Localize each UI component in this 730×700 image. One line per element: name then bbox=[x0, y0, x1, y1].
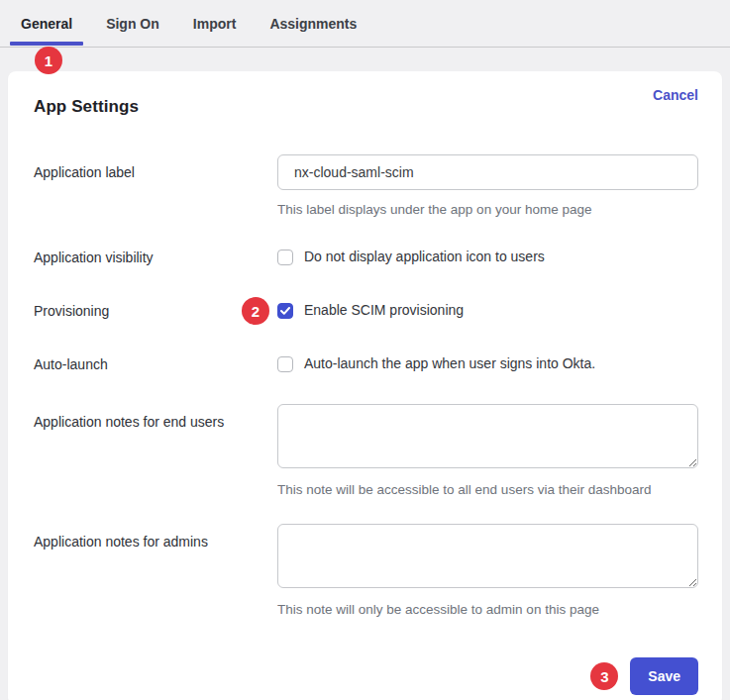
tab-import[interactable]: Import bbox=[193, 2, 237, 45]
notes-end-users-row: Application notes for end users This not… bbox=[34, 404, 698, 497]
application-label-row: Application label This label displays un… bbox=[34, 154, 698, 217]
enable-scim-checkbox[interactable] bbox=[277, 303, 293, 319]
application-visibility-checkbox[interactable] bbox=[277, 250, 293, 265]
notes-admins-helper: This note will only be accessible to adm… bbox=[277, 602, 698, 617]
cancel-link[interactable]: Cancel bbox=[653, 87, 698, 103]
notes-admins-textarea[interactable] bbox=[277, 524, 698, 588]
notes-end-users-label: Application notes for end users bbox=[34, 404, 277, 497]
tab-bar: General Sign On Import Assignments bbox=[0, 0, 730, 48]
checkmark-icon bbox=[280, 307, 290, 315]
app-settings-panel: App Settings Cancel Application label Th… bbox=[8, 71, 722, 700]
save-row: 3 Save bbox=[34, 657, 698, 695]
enable-scim-checkbox-label[interactable]: Enable SCIM provisioning bbox=[304, 302, 464, 319]
application-visibility-checkbox-label[interactable]: Do not display application icon to users bbox=[304, 249, 545, 265]
auto-launch-checkbox-label[interactable]: Auto-launch the app when user signs into… bbox=[304, 355, 595, 372]
application-label-helper: This label displays under the app on you… bbox=[277, 202, 698, 217]
step-badge-1: 1 bbox=[35, 47, 62, 74]
tab-general[interactable]: General bbox=[21, 2, 72, 45]
tab-assignments[interactable]: Assignments bbox=[269, 2, 357, 45]
auto-launch-row: Auto-launch Auto-launch the app when use… bbox=[34, 355, 698, 373]
notes-admins-row: Application notes for admins This note w… bbox=[34, 524, 698, 617]
application-visibility-row: Application visibility Do not display ap… bbox=[34, 249, 698, 266]
application-visibility-label: Application visibility bbox=[34, 249, 277, 266]
step-badge-3: 3 bbox=[590, 662, 618, 690]
tab-sign-on[interactable]: Sign On bbox=[106, 2, 159, 45]
notes-end-users-textarea[interactable] bbox=[277, 404, 698, 468]
application-label-input[interactable] bbox=[277, 154, 698, 190]
provisioning-row: Provisioning 2 Enable SCIM provisioning bbox=[34, 302, 698, 320]
auto-launch-label: Auto-launch bbox=[34, 355, 277, 373]
page-title: App Settings bbox=[34, 97, 139, 117]
panel-header: App Settings Cancel bbox=[34, 87, 698, 117]
auto-launch-checkbox[interactable] bbox=[277, 356, 293, 372]
step-badge-2: 2 bbox=[242, 297, 269, 325]
notes-end-users-helper: This note will be accessible to all end … bbox=[277, 482, 698, 497]
notes-admins-label: Application notes for admins bbox=[34, 524, 277, 617]
application-label-label: Application label bbox=[34, 154, 277, 217]
save-button[interactable]: Save bbox=[630, 657, 698, 695]
